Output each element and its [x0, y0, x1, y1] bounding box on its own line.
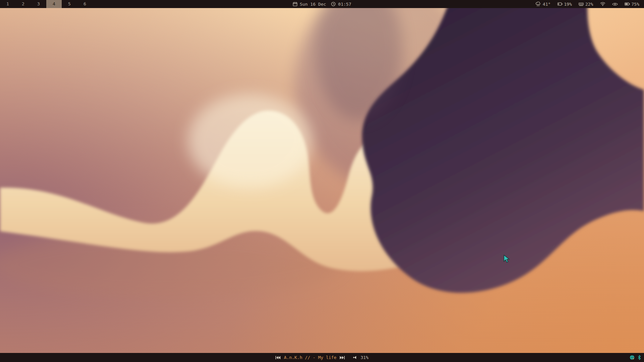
mouse-cursor [503, 255, 511, 264]
memory-icon [579, 2, 584, 6]
volume-icon[interactable] [353, 356, 357, 359]
workspace-button-4[interactable]: 4 [46, 0, 62, 8]
track-title-text: A.n.K.h // - My life [284, 355, 336, 360]
calendar-icon [293, 2, 298, 6]
memory-percent-text: 22% [585, 2, 593, 7]
next-track-icon[interactable] [340, 356, 345, 360]
datetime-module: Sun 16 Dec 01:57 [293, 0, 351, 8]
previous-track-icon[interactable] [275, 356, 280, 360]
memory-module: 22% [579, 2, 593, 7]
desktop: 1 2 3 4 5 6 Sun 16 Dec [0, 0, 644, 362]
battery-icon [557, 2, 562, 6]
workspace-button-5[interactable]: 5 [62, 0, 77, 8]
workspace-button-1[interactable]: 1 [0, 0, 15, 8]
clock-icon [331, 2, 336, 6]
battery-module: 19% [557, 2, 572, 7]
eye-icon [612, 2, 618, 6]
volume-percent-text: 31% [361, 355, 368, 360]
workspace-button-3[interactable]: 3 [31, 0, 46, 8]
bluetooth-icon[interactable] [637, 355, 641, 360]
workspace-switcher: 1 2 3 4 5 6 [0, 0, 93, 8]
workspace-button-2[interactable]: 2 [15, 0, 31, 8]
workspace-button-6[interactable]: 6 [77, 0, 93, 8]
wifi-icon [600, 2, 605, 6]
weather-module: 41° [536, 2, 550, 7]
date-text: Sun 16 Dec [300, 2, 326, 7]
globe-tray-icon[interactable] [630, 355, 635, 360]
battery-full-icon [625, 2, 630, 6]
music-player-module: A.n.K.h // - My life 31% [275, 355, 368, 360]
rain-cloud-icon [536, 2, 541, 7]
status-modules: 41° 19% [536, 0, 644, 8]
desktop-wallpaper [0, 0, 644, 362]
battery-full-module: 75% [625, 2, 639, 7]
system-tray [630, 353, 641, 362]
battery-full-percent-text: 75% [632, 2, 639, 7]
battery-percent-text: 19% [564, 2, 572, 7]
top-status-bar: 1 2 3 4 5 6 Sun 16 Dec [0, 0, 644, 8]
bottom-status-bar: A.n.K.h // - My life 31% [0, 353, 644, 362]
weather-temp-text: 41° [543, 2, 550, 7]
time-text: 01:57 [338, 2, 351, 7]
